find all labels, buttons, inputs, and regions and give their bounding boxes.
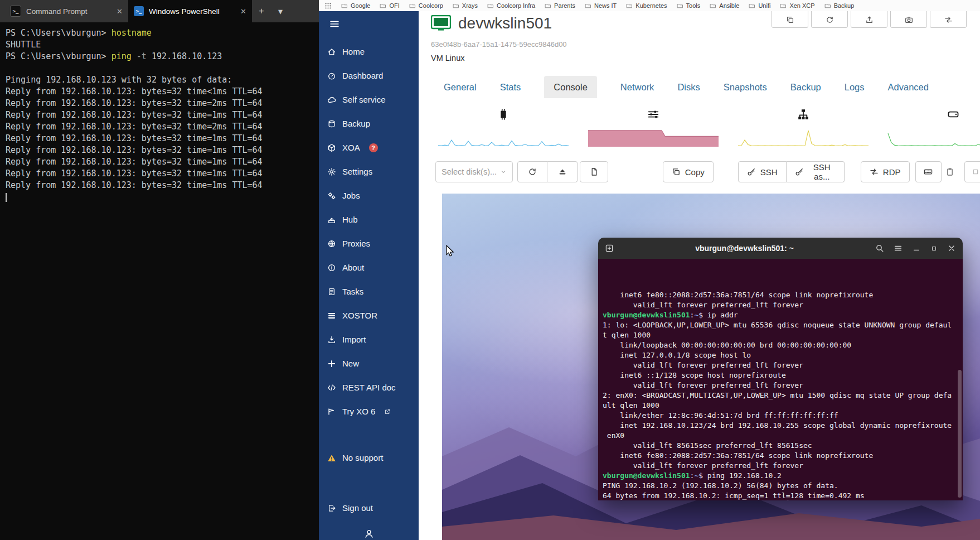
tab-disks[interactable]: Disks xyxy=(677,82,700,98)
keyboard-button[interactable] xyxy=(915,161,942,182)
ssh-as-button[interactable]: SSH as... xyxy=(787,161,845,182)
bookmark-kubernetes[interactable]: Kubernetes xyxy=(626,2,667,9)
sidebar-item-hub[interactable]: Hub xyxy=(319,208,419,232)
sidebar-no-support[interactable]: No support xyxy=(327,453,383,462)
sidebar-item-new[interactable]: New xyxy=(319,351,419,375)
jobs-icon xyxy=(327,191,336,200)
sidebar-item-label: Home xyxy=(342,47,365,56)
tab-dropdown-button[interactable]: ▾ xyxy=(271,0,290,22)
restore-icon[interactable] xyxy=(930,245,938,252)
tab-logs[interactable]: Logs xyxy=(845,82,865,98)
refresh-button[interactable] xyxy=(517,161,547,182)
search-icon xyxy=(875,244,884,253)
tab-advanced[interactable]: Advanced xyxy=(888,82,929,98)
tab-general[interactable]: General xyxy=(444,82,477,98)
sidebar-item-dashboard[interactable]: Dashboard xyxy=(319,64,419,88)
backup-icon xyxy=(327,119,336,128)
tab-console[interactable]: Console xyxy=(544,76,597,98)
terminal-tab-windows-powershell[interactable]: >_Windows PowerShell✕ xyxy=(128,0,252,22)
sidebar-item-self-service[interactable]: Self service xyxy=(319,88,419,112)
remote-terminal-titlebar[interactable]: vburgun@devwkslin501: ~ xyxy=(598,238,963,259)
vm-action-migrate[interactable] xyxy=(930,11,967,28)
sidebar-item-backup[interactable]: Backup xyxy=(319,112,419,136)
disk-select[interactable]: Select disk(s)... xyxy=(435,161,513,182)
tab-backup[interactable]: Backup xyxy=(790,82,821,98)
terminal-line: PS C:\Users\vburgun> hostname xyxy=(6,27,313,39)
terminal-tab-command-prompt[interactable]: >_Command Prompt✕ xyxy=(4,0,128,22)
new-tab-button[interactable]: + xyxy=(252,0,271,22)
terminal-line: 1: lo: <LOOPBACK,UP,LOWER_UP> mtu 65536 … xyxy=(603,320,958,330)
menu-icon[interactable] xyxy=(894,244,903,253)
paste-icon[interactable] xyxy=(945,167,954,176)
sidebar-item-home[interactable]: Home xyxy=(319,40,419,64)
keyboard-icon xyxy=(924,167,933,176)
bookmark-tools[interactable]: Tools xyxy=(677,2,701,9)
folder-icon xyxy=(453,2,459,9)
bookmark-google[interactable]: Google xyxy=(341,2,370,9)
terminal-line: inet6 fe80::2088:2d57:36a:7851/64 scope … xyxy=(603,451,958,461)
sidebar-item-import[interactable]: Import xyxy=(319,327,419,351)
bookmark-parents[interactable]: Parents xyxy=(545,2,575,9)
terminal-scrollbar[interactable] xyxy=(958,370,962,498)
sidebar-item-rest-api-doc[interactable]: REST API doc xyxy=(319,375,419,399)
folder-icon xyxy=(749,2,755,9)
bookmark-unifi[interactable]: Unifi xyxy=(749,2,770,9)
tab-network[interactable]: Network xyxy=(620,82,654,98)
folder-icon xyxy=(626,2,633,9)
sidebar-item-label: REST API doc xyxy=(342,383,396,392)
vm-action-refresh[interactable] xyxy=(811,11,848,28)
sidebar-item-jobs[interactable]: Jobs xyxy=(319,184,419,208)
proxies-icon xyxy=(327,239,336,248)
file-manager-button[interactable] xyxy=(580,161,608,182)
sidebar-item-settings[interactable]: Settings xyxy=(319,160,419,184)
new-tab-icon[interactable] xyxy=(605,244,614,253)
bookmark-backup[interactable]: Backup xyxy=(824,2,855,9)
vm-action-camera[interactable] xyxy=(890,11,927,28)
terminal-line: inet6 ::1/128 scope host noprefixroute xyxy=(603,370,958,380)
about-icon xyxy=(327,263,336,272)
apps-grid-icon[interactable] xyxy=(324,2,332,9)
hamburger-icon[interactable] xyxy=(329,18,340,30)
bookmark-ansible[interactable]: Ansible xyxy=(710,2,739,9)
stat-cpu-usage xyxy=(438,106,569,147)
help-badge[interactable]: ? xyxy=(369,143,378,152)
ssh-button[interactable]: SSH xyxy=(738,161,787,182)
sidebar-sign-out[interactable]: Sign out xyxy=(327,503,373,513)
bookmark-label: Backup xyxy=(834,2,855,9)
user-icon[interactable] xyxy=(364,529,374,539)
bookmark-ofi[interactable]: OFI xyxy=(380,2,399,9)
remote-terminal-output[interactable]: inet6 fe80::2088:2d57:36a:7851/64 scope … xyxy=(598,259,963,500)
sidebar-item-xostor[interactable]: XOSTOR xyxy=(319,303,419,327)
sidebar-item-label: Self service xyxy=(342,95,386,104)
bookmark-xen-xcp[interactable]: Xen XCP xyxy=(780,2,814,9)
vm-action-export[interactable] xyxy=(851,11,887,28)
bookmark-coolcorp[interactable]: Coolcorp xyxy=(409,2,443,9)
ssh-as-label: SSH as... xyxy=(808,162,836,181)
bookmark-coolcorp-infra[interactable]: Coolcorp Infra xyxy=(487,2,535,9)
close-icon[interactable]: ✕ xyxy=(240,7,246,16)
bookmark-xrays[interactable]: Xrays xyxy=(453,2,478,9)
network-tree-icon xyxy=(797,108,809,120)
sidebar-item-about[interactable]: About xyxy=(319,255,419,279)
stat-disk-throughput xyxy=(887,106,980,147)
sidebar-item-xoa[interactable]: XOA? xyxy=(319,136,419,160)
clipboard-button[interactable] xyxy=(964,161,980,182)
close-icon[interactable]: ✕ xyxy=(117,7,123,16)
tab-snapshots[interactable]: Snapshots xyxy=(724,82,767,98)
tab-stats[interactable]: Stats xyxy=(500,82,521,98)
copy-icon xyxy=(672,167,681,176)
powershell-output[interactable]: PS C:\Users\vburgun> hostnameSHUTTLEPS C… xyxy=(0,22,319,208)
sidebar-item-try-xo-6[interactable]: Try XO 6 xyxy=(319,399,419,423)
sidebar-item-tasks[interactable]: Tasks xyxy=(319,279,419,303)
search-icon[interactable] xyxy=(875,244,884,253)
rdp-button[interactable]: RDP xyxy=(861,161,910,182)
minimize-icon[interactable] xyxy=(912,244,921,253)
tasks-icon xyxy=(327,287,336,296)
vm-console-screen[interactable]: vburgun@devwkslin501: ~ inet6 fe80::2088… xyxy=(442,194,980,540)
copy-button[interactable]: Copy xyxy=(663,161,714,182)
bookmark-news-it[interactable]: News IT xyxy=(585,2,617,9)
vm-action-copy[interactable] xyxy=(772,11,808,28)
eject-button[interactable] xyxy=(547,161,578,182)
sidebar-item-proxies[interactable]: Proxies xyxy=(319,232,419,255)
close-icon[interactable] xyxy=(947,244,956,253)
